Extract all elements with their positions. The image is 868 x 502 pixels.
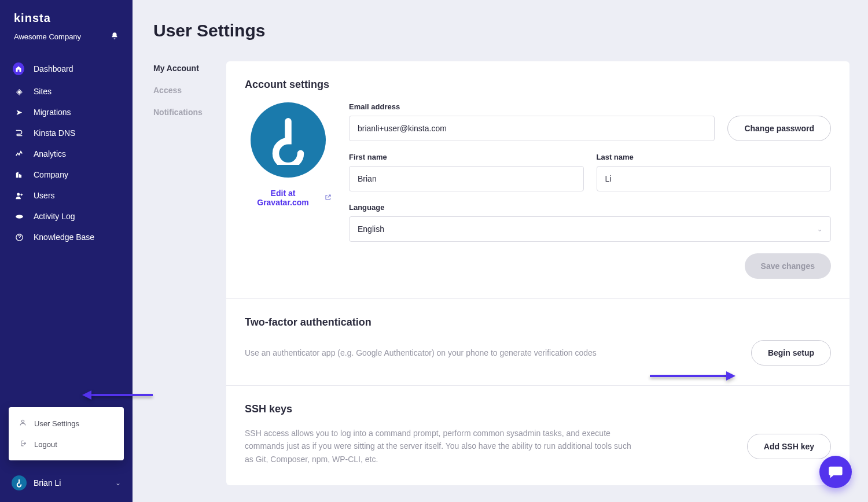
section-title: Two-factor authentication <box>245 316 831 328</box>
user-name: Brian Li <box>34 478 61 488</box>
nav-label: Knowledge Base <box>34 232 94 242</box>
user-menu-popup: User Settings Logout <box>9 407 124 460</box>
nav-label: Activity Log <box>34 212 75 221</box>
nav-label: Users <box>34 191 55 200</box>
popup-label: Logout <box>34 440 57 449</box>
chat-launcher[interactable] <box>819 456 852 488</box>
chat-icon <box>827 464 844 480</box>
nav-sites[interactable]: ◈ Sites <box>0 81 133 102</box>
section-title: Account settings <box>245 79 831 91</box>
lastname-label: Last name <box>597 153 832 161</box>
nav-activity-log[interactable]: Activity Log <box>0 206 133 227</box>
nav-label: Kinsta DNS <box>34 128 75 138</box>
section-account: Account settings Edit at Gravatar.com <box>226 61 849 299</box>
save-changes-button: Save changes <box>745 253 831 279</box>
svg-point-0 <box>17 193 20 195</box>
firstname-label: First name <box>349 153 584 161</box>
nav-analytics[interactable]: Analytics <box>0 143 133 164</box>
nav-list: Dashboard ◈ Sites ➤ Migrations Kinsta DN… <box>0 51 133 248</box>
avatar-large <box>251 102 326 178</box>
company-icon <box>14 171 24 179</box>
annotation-arrow-user-settings <box>82 392 153 398</box>
chevron-down-icon: ⌄ <box>115 479 121 487</box>
twofactor-description: Use an authenticator app (e.g. Google Au… <box>245 346 597 359</box>
avatar-small <box>12 475 27 490</box>
language-label: Language <box>349 203 831 212</box>
nav-knowledge-base[interactable]: Knowledge Base <box>0 227 133 248</box>
dashboard-icon <box>13 62 24 75</box>
users-icon <box>14 191 24 200</box>
chevron-down-icon: ⌄ <box>817 226 822 233</box>
ssh-description: SSH access allows you to log into a comm… <box>245 427 638 466</box>
brand-logo: KINSTA <box>0 0 133 29</box>
nav-company[interactable]: Company <box>0 164 133 185</box>
tab-access[interactable]: Access <box>153 86 209 95</box>
gravatar-link[interactable]: Edit at Gravatar.com <box>245 189 332 207</box>
external-link-icon <box>325 194 332 202</box>
main-content: User Settings My Account Access Notifica… <box>133 0 868 502</box>
tab-notifications[interactable]: Notifications <box>153 108 209 117</box>
page-title: User Settings <box>133 0 868 40</box>
help-icon <box>14 233 24 242</box>
popup-user-settings[interactable]: User Settings <box>9 413 124 434</box>
settings-panel: Account settings Edit at Gravatar.com <box>226 61 849 485</box>
nav-label: Dashboard <box>34 64 73 73</box>
section-title: SSH keys <box>245 403 831 415</box>
logout-icon <box>19 440 27 449</box>
popup-logout[interactable]: Logout <box>9 434 124 455</box>
language-value: English <box>358 224 384 234</box>
svg-point-1 <box>16 215 23 218</box>
nav-label: Company <box>34 170 68 179</box>
section-ssh: SSH keys SSH access allows you to log in… <box>226 386 849 485</box>
email-label: Email address <box>349 102 715 111</box>
section-two-factor: Two-factor authentication Use an authent… <box>226 299 849 386</box>
begin-setup-button[interactable]: Begin setup <box>751 340 831 366</box>
settings-tabs: My Account Access Notifications <box>153 61 209 485</box>
popup-label: User Settings <box>34 419 79 428</box>
nav-migrations[interactable]: ➤ Migrations <box>0 102 133 123</box>
annotation-arrow-begin-setup <box>650 373 735 379</box>
user-icon <box>19 419 27 428</box>
migrations-icon: ➤ <box>14 108 24 117</box>
sites-icon: ◈ <box>14 87 24 96</box>
tab-my-account[interactable]: My Account <box>153 64 209 73</box>
user-bar[interactable]: Brian Li ⌄ <box>0 467 133 502</box>
dns-icon <box>14 128 24 138</box>
activity-icon <box>14 212 24 221</box>
add-ssh-key-button[interactable]: Add SSH key <box>747 434 831 459</box>
company-name: Awesome Company <box>14 32 81 41</box>
gravatar-text: Edit at Gravatar.com <box>245 189 321 207</box>
nav-dashboard[interactable]: Dashboard <box>0 57 133 81</box>
firstname-input[interactable] <box>349 166 584 191</box>
nav-users[interactable]: Users <box>0 185 133 206</box>
nav-label: Migrations <box>34 108 71 117</box>
svg-point-3 <box>21 420 24 422</box>
language-select[interactable]: English ⌄ <box>349 216 831 242</box>
sidebar: KINSTA Awesome Company Dashboard ◈ Sites… <box>0 0 133 502</box>
nav-label: Analytics <box>34 149 66 158</box>
email-input[interactable] <box>349 116 715 141</box>
analytics-icon <box>14 150 24 158</box>
nav-kinsta-dns[interactable]: Kinsta DNS <box>0 123 133 143</box>
nav-label: Sites <box>34 87 52 96</box>
change-password-button[interactable]: Change password <box>727 116 831 141</box>
lastname-input[interactable] <box>597 166 832 191</box>
notifications-bell-icon[interactable] <box>111 32 119 42</box>
